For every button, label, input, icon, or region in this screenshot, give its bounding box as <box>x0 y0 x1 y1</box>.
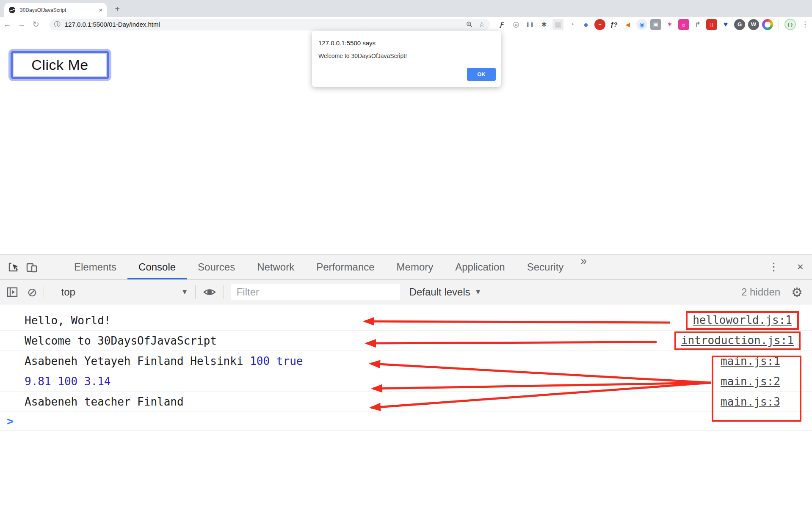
megaphone-icon[interactable]: ◀ <box>622 19 633 30</box>
log-value: 9.81 100 3.14 <box>25 375 111 388</box>
log-text: Asabeneh Yetayeh Finland Helsinki <box>25 355 250 367</box>
eyedropper-icon[interactable]: ◆ <box>580 19 591 30</box>
context-selector[interactable]: top <box>61 286 75 298</box>
profile-avatar[interactable]: { } <box>784 19 796 30</box>
console-log-row: 9.81 100 3.14 main.js:2 <box>0 371 812 392</box>
grid-icon[interactable]: ▦ <box>552 19 563 30</box>
tab-security[interactable]: Security <box>516 254 575 279</box>
swirl-icon[interactable]: ◉ <box>636 19 647 30</box>
pink-star-icon[interactable]: ✶ <box>664 19 675 30</box>
bookmark-red-icon[interactable]: ▯ <box>706 19 717 30</box>
stop-hand-icon[interactable]: − <box>594 19 605 30</box>
bookmark-star-icon[interactable]: ☆ <box>479 20 485 28</box>
fn-question-icon[interactable]: ƒ? <box>608 19 619 30</box>
alert-dialog: 127.0.0.1:5500 says Welcome to 30DaysOfJ… <box>312 31 501 87</box>
device-toolbar-icon[interactable] <box>25 260 39 274</box>
toolbar-divider <box>224 285 224 299</box>
devtools-menu-icon[interactable]: ⋮ <box>759 260 789 273</box>
w-circle-icon[interactable]: W <box>748 19 759 30</box>
console-sidebar-toggle-icon[interactable] <box>5 285 19 299</box>
console-log-row: Asabeneh teacher Finland main.js:3 <box>0 392 812 412</box>
toolbar-divider <box>731 285 731 299</box>
devtools-close-icon[interactable]: × <box>789 260 812 273</box>
source-link[interactable]: helloworld.js:1 <box>693 314 792 326</box>
reload-button[interactable]: ↻ <box>29 19 43 29</box>
script-f-icon[interactable]: Ƒ <box>497 19 508 30</box>
tab-network[interactable]: Network <box>246 254 305 279</box>
tabbar-divider <box>753 260 753 274</box>
log-text: Welcome to 30DaysOfJavaScript <box>25 334 217 347</box>
levels-caret-icon[interactable]: ▼ <box>475 288 482 296</box>
camera-icon[interactable]: ▣ <box>650 19 661 30</box>
context-caret-icon[interactable]: ▼ <box>181 288 188 296</box>
forward-button[interactable]: → <box>14 20 29 29</box>
hidden-messages-count: 2 hidden <box>741 286 780 298</box>
tabbar-divider <box>45 260 45 274</box>
omnibox[interactable]: ⓘ 127.0.0.1:5500/01-Day/index.html ☆ <box>49 19 490 30</box>
more-tabs-icon[interactable]: » <box>574 254 592 279</box>
source-link[interactable]: main.js:3 <box>721 395 780 408</box>
target-icon[interactable]: ◎ <box>511 19 522 30</box>
pink-gear-icon[interactable]: ☼ <box>678 19 689 30</box>
url-text[interactable]: 127.0.0.1:5500/01-Day/index.html <box>65 21 466 28</box>
log-levels-dropdown[interactable]: Default levels <box>409 286 470 298</box>
tab-performance[interactable]: Performance <box>305 254 385 279</box>
alert-title: 127.0.0.1:5500 says <box>318 39 494 47</box>
heart-search-icon[interactable]: ♥ <box>720 19 731 30</box>
source-link[interactable]: main.js:2 <box>721 375 780 388</box>
live-expression-eye-icon[interactable] <box>202 285 217 299</box>
devtools-panel: Elements Console Sources Network Perform… <box>0 254 812 508</box>
tab-close-icon[interactable]: × <box>99 6 102 14</box>
tab-application[interactable]: Application <box>444 254 516 279</box>
pause-icon[interactable]: ❚❚ <box>525 19 536 30</box>
new-tab-button[interactable]: + <box>111 3 124 15</box>
click-me-button[interactable]: Click Me <box>8 49 111 81</box>
tab-title: 30DaysOfJavaScript <box>20 7 95 13</box>
g-circle-icon[interactable]: G <box>734 19 745 30</box>
tab-sources[interactable]: Sources <box>187 254 246 279</box>
log-text: Asabeneh teacher Finland <box>25 395 184 408</box>
annotation-box: helloworld.js:1 <box>686 311 799 330</box>
clear-console-icon[interactable]: ⊘ <box>27 285 37 299</box>
tab-strip: 30DaysOfJavaScript × + <box>0 0 812 17</box>
site-info-icon[interactable]: ⓘ <box>54 20 61 28</box>
inspect-element-icon[interactable] <box>6 260 20 274</box>
timer-icon[interactable]: ◔ <box>566 19 577 30</box>
console-log-row: Welcome to 30DaysOfJavaScript introducti… <box>0 331 812 351</box>
console-log-row: Hello, World! helloworld.js:1 <box>0 310 812 331</box>
bug-icon[interactable]: ✱ <box>539 19 550 30</box>
toolbar-divider <box>44 285 44 299</box>
url-bar: ← → ↻ ⓘ 127.0.0.1:5500/01-Day/index.html… <box>0 17 812 32</box>
ok-button[interactable]: OK <box>467 68 496 81</box>
browser-tab[interactable]: 30DaysOfJavaScript × <box>4 3 107 17</box>
back-button[interactable]: ← <box>0 20 14 29</box>
favicon-globe-icon <box>8 6 16 14</box>
extensions-row: Ƒ ◎ ❚❚ ✱ ▦ ◔ ◆ − ƒ? ◀ ◉ ▣ ✶ ☼ ↱ ▯ ♥ G W … <box>497 19 812 30</box>
click-me-label: Click Me <box>13 53 107 77</box>
log-value: 100 true <box>250 355 303 367</box>
browser-menu-icon[interactable]: ⋮ <box>801 20 809 29</box>
source-link[interactable]: introduction.js:1 <box>681 334 794 347</box>
toolbar-divider <box>779 20 779 29</box>
tab-memory[interactable]: Memory <box>386 254 445 279</box>
tab-elements[interactable]: Elements <box>63 254 127 279</box>
annotation-box: introduction.js:1 <box>674 331 801 350</box>
alert-message: Welcome to 30DaysOfJavaScript! <box>318 52 494 59</box>
zoom-icon[interactable] <box>466 21 473 28</box>
console-messages: Hello, World! helloworld.js:1 Welcome to… <box>0 305 812 508</box>
filter-input[interactable] <box>231 284 400 300</box>
source-link[interactable]: main.js:1 <box>721 355 780 367</box>
devtools-tab-bar: Elements Console Sources Network Perform… <box>0 254 812 280</box>
prompt-chevron-icon: > <box>7 414 14 428</box>
tab-console[interactable]: Console <box>127 254 187 279</box>
color-wheel-icon[interactable] <box>762 19 773 30</box>
console-toolbar: ⊘ top ▼ Default levels ▼ 2 hidden ⚙ <box>0 280 812 304</box>
toolbar-divider <box>195 285 196 299</box>
console-settings-gear-icon[interactable]: ⚙ <box>791 285 803 300</box>
log-text: Hello, World! <box>25 314 111 327</box>
share-arrows-icon[interactable]: ↱ <box>692 19 703 30</box>
console-log-row: Asabeneh Yetayeh Finland Helsinki 100 tr… <box>0 351 812 371</box>
console-prompt[interactable]: > <box>0 412 812 431</box>
